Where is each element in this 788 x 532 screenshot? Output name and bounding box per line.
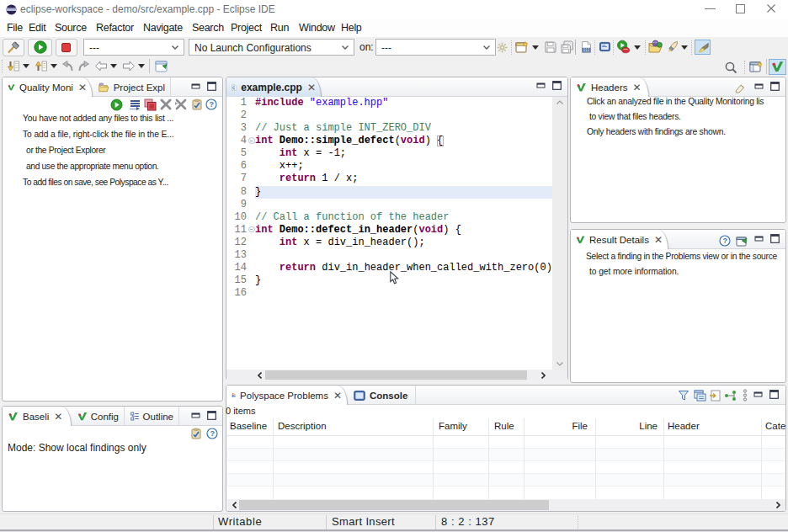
- svg-text:?: ?: [210, 429, 215, 438]
- svg-text:010: 010: [583, 48, 589, 52]
- svg-text:?: ?: [722, 237, 727, 245]
- svg-text:?: ?: [209, 100, 214, 109]
